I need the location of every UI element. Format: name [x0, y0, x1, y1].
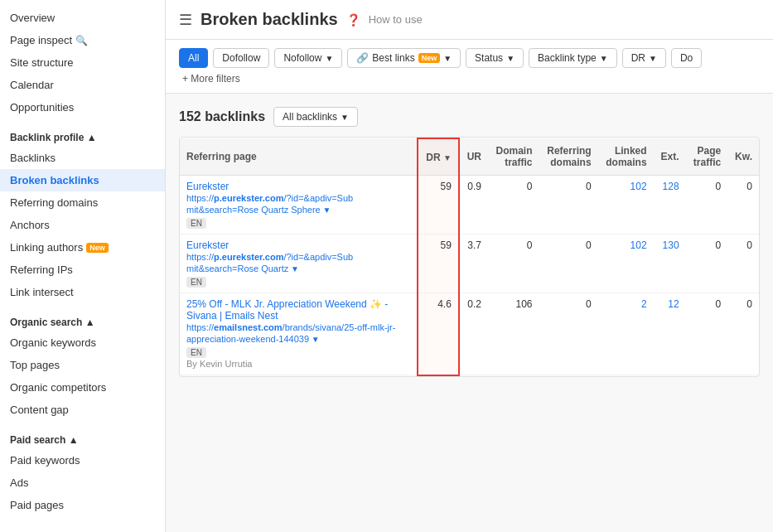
sidebar-item-broken-backlinks[interactable]: Broken backlinks	[0, 169, 165, 191]
sidebar-item-anchors[interactable]: Anchors	[0, 214, 165, 236]
best-links-arrow-icon: ▼	[443, 54, 452, 63]
row-title-link[interactable]: 25% Off - MLK Jr. Appreciation Weekend ✨…	[186, 298, 388, 322]
page-title: Broken backlinks	[200, 10, 338, 29]
cell-linked-domains[interactable]: 102	[598, 176, 654, 235]
cell-domain-traffic: 0	[488, 176, 539, 235]
sidebar-item-content-gap[interactable]: Content gap	[0, 399, 165, 421]
url-dropdown-icon[interactable]: ▼	[288, 264, 299, 273]
filter-dr-button[interactable]: DR ▼	[622, 48, 666, 68]
row-author: By Kevin Urrutia	[186, 359, 252, 369]
sidebar-item-paid-pages[interactable]: Paid pages	[0, 494, 165, 516]
linked-domains-link[interactable]: 102	[630, 181, 647, 192]
best-links-new-badge: New	[418, 53, 441, 63]
sidebar-item-label: Page inspect	[10, 34, 72, 46]
dr-arrow-icon: ▼	[649, 54, 657, 63]
cell-ext[interactable]: 128	[654, 176, 686, 235]
sidebar-item-label: Link intersect	[10, 286, 74, 298]
filter-all-button[interactable]: All	[179, 48, 208, 68]
sidebar-section-backlink-profile[interactable]: Backlink profile ▲	[0, 125, 165, 147]
cell-linked-domains[interactable]: 102	[598, 235, 654, 293]
cell-referring-page: 25% Off - MLK Jr. Appreciation Weekend ✨…	[180, 293, 418, 375]
sidebar-item-referring-domains[interactable]: Referring domains	[0, 191, 165, 214]
row-url[interactable]: https://emailsnest.com/brands/sivana/25-…	[186, 322, 395, 344]
sidebar-item-calendar[interactable]: Calendar	[0, 74, 165, 96]
row-title-link[interactable]: Eurekster	[186, 239, 229, 251]
sidebar-item-label: Paid keywords	[10, 454, 80, 467]
sidebar-item-label: Broken backlinks	[10, 174, 99, 186]
sidebar-item-label: Referring domains	[10, 196, 98, 209]
hamburger-icon[interactable]: ☰	[179, 11, 192, 29]
col-kw: Kw.	[727, 138, 759, 176]
ext-link[interactable]: 128	[663, 181, 679, 192]
cell-referring-domains: 0	[539, 293, 598, 375]
cell-page-traffic: 0	[686, 176, 728, 235]
filter-backlink-type-button[interactable]: Backlink type ▼	[529, 48, 617, 68]
linked-domains-link[interactable]: 2	[641, 298, 647, 310]
sidebar-item-site-structure[interactable]: Site structure	[0, 51, 165, 74]
sidebar-item-label: Content gap	[10, 404, 69, 416]
content-area: 152 backlinks All backlinks ▼ Referring …	[166, 94, 773, 390]
all-backlinks-dropdown[interactable]: All backlinks ▼	[273, 107, 358, 127]
cell-linked-domains[interactable]: 2	[598, 293, 654, 375]
sidebar-item-label: Opportunities	[10, 101, 74, 114]
cell-domain-traffic: 106	[488, 293, 539, 375]
table-row: Eureksterhttps://p.eurekster.com/?id=&ap…	[180, 235, 759, 293]
backlink-type-arrow-icon: ▼	[600, 54, 608, 63]
topbar: ☰ Broken backlinks ❓ How to use	[166, 0, 773, 40]
sidebar-item-link-intersect[interactable]: Link intersect	[0, 281, 165, 303]
status-arrow-icon: ▼	[506, 54, 515, 63]
url-dropdown-icon[interactable]: ▼	[321, 206, 331, 215]
sidebar-item-referring-ips[interactable]: Referring IPs	[0, 259, 165, 281]
table-row: Eureksterhttps://p.eurekster.com/?id=&ap…	[180, 176, 759, 235]
table-header-row: Referring page DR ▼ UR Domaintraffic Ref…	[180, 138, 759, 176]
sidebar-item-label: Site structure	[10, 56, 74, 69]
cell-ext[interactable]: 130	[654, 235, 686, 293]
all-backlinks-chevron-icon: ▼	[341, 113, 349, 122]
filter-dofollow-button[interactable]: Dofollow	[213, 48, 269, 68]
col-dr[interactable]: DR ▼	[418, 138, 459, 176]
row-title-link[interactable]: Eurekster	[186, 181, 229, 192]
more-filters-button[interactable]: + More filters	[182, 73, 240, 85]
sidebar-item-organic-competitors[interactable]: Organic competitors	[0, 376, 165, 399]
main-content: ☰ Broken backlinks ❓ How to use All Dofo…	[166, 0, 773, 532]
row-url[interactable]: https://p.eurekster.com/?id=&apdiv=Sub m…	[186, 252, 353, 273]
cell-kw: 0	[727, 235, 759, 293]
sidebar-item-linking-authors[interactable]: Linking authors New	[0, 236, 165, 259]
sidebar-item-page-inspect[interactable]: Page inspect 🔍	[0, 29, 165, 51]
sidebar-item-paid-keywords[interactable]: Paid keywords	[0, 449, 165, 472]
sidebar-item-ads[interactable]: Ads	[0, 472, 165, 494]
new-badge: New	[86, 243, 109, 253]
ext-link[interactable]: 12	[668, 298, 679, 310]
sidebar-item-overview[interactable]: Overview	[0, 7, 165, 29]
filter-nofollow-button[interactable]: Nofollow ▼	[274, 48, 342, 68]
cell-ur: 0.9	[459, 176, 488, 235]
url-dropdown-icon[interactable]: ▼	[309, 335, 320, 344]
sidebar-item-label: Ads	[10, 476, 28, 489]
sidebar-item-label: Organic competitors	[10, 381, 106, 394]
content-header: 152 backlinks All backlinks ▼	[179, 107, 760, 127]
sidebar-item-opportunities[interactable]: Opportunities	[0, 96, 165, 118]
sidebar-item-backlinks[interactable]: Backlinks	[0, 147, 165, 169]
cell-referring-page: Eureksterhttps://p.eurekster.com/?id=&ap…	[180, 235, 418, 293]
row-lang-badge: EN	[186, 218, 206, 229]
cell-referring-page: Eureksterhttps://p.eurekster.com/?id=&ap…	[180, 176, 418, 235]
filter-best-links-button[interactable]: 🔗 Best links New ▼	[347, 48, 461, 68]
col-ext: Ext.	[654, 138, 686, 176]
table-row: 25% Off - MLK Jr. Appreciation Weekend ✨…	[180, 293, 759, 375]
how-to-use-link[interactable]: How to use	[369, 13, 423, 26]
filter-do-button[interactable]: Do	[671, 48, 702, 68]
row-lang-badge: EN	[186, 347, 206, 358]
sidebar-item-label: Backlinks	[10, 152, 56, 164]
cell-ext[interactable]: 12	[654, 293, 686, 375]
sidebar-item-label: Top pages	[10, 359, 60, 371]
filter-status-button[interactable]: Status ▼	[466, 48, 524, 68]
ext-link[interactable]: 130	[663, 239, 679, 251]
cell-dr: 59	[418, 176, 459, 235]
sidebar-section-organic-search[interactable]: Organic search ▲	[0, 310, 165, 331]
sidebar-item-organic-keywords[interactable]: Organic keywords	[0, 331, 165, 354]
sidebar-item-top-pages[interactable]: Top pages	[0, 354, 165, 376]
nofollow-arrow-icon: ▼	[325, 54, 333, 63]
linked-domains-link[interactable]: 102	[630, 239, 647, 251]
sidebar-section-paid-search[interactable]: Paid search ▲	[0, 428, 165, 449]
cell-referring-domains: 0	[539, 176, 598, 235]
